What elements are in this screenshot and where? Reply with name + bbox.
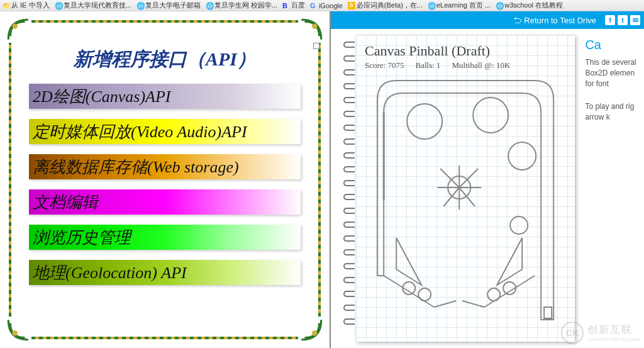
- notebook-spiral: [343, 42, 356, 335]
- side-paragraph-1: This de several Box2D elemen for font: [585, 57, 640, 89]
- globe-icon: 🌐: [136, 2, 144, 9]
- bookmark-igoogle[interactable]: GiGoogle: [310, 2, 343, 9]
- bookmark-fudan-edu[interactable]: 🌐复旦大学现代教育技...: [55, 1, 131, 10]
- border-edge: [31, 337, 298, 339]
- watermark-sub: CHUANG XIN HU LIAN: [587, 337, 640, 342]
- slide-pane: 新增程序接口（API） 2D绘图(Canvas)API 定时媒体回放(Video…: [0, 11, 330, 348]
- slide-title: 新增程序接口（API）: [29, 47, 301, 72]
- svg-point-10: [418, 288, 431, 301]
- mail-icon[interactable]: ✉: [630, 15, 640, 25]
- testdrive-header: ⮌ Return to Test Drive f t ✉: [331, 11, 644, 29]
- svg-rect-13: [544, 307, 552, 318]
- bookmark-fudan-student[interactable]: 🌐复旦学生网 校园学...: [206, 1, 277, 10]
- svg-point-2: [13, 330, 18, 335]
- corner-ornament: [5, 317, 31, 343]
- game-stats: Score: 7075 Balls: 1 Multiball @: 10K: [365, 60, 566, 70]
- svg-point-6: [508, 142, 536, 170]
- arrow-left-icon: ⮌: [513, 16, 521, 25]
- api-item-history: 浏览历史管理: [29, 225, 301, 250]
- globe-icon: 🌐: [206, 2, 213, 9]
- side-paragraph-2: To play and rig arrow k: [585, 101, 640, 123]
- side-title: Ca: [585, 38, 640, 52]
- bookmark-bar: 📁从 IE 中导入 🌐复旦大学现代教育技... 🌐复旦大学电子邮箱 🌐复旦学生网…: [0, 0, 644, 11]
- api-item-storage: 离线数据库存储(Web storage): [29, 154, 301, 179]
- score-value: 7075: [387, 60, 404, 70]
- bookmark-ie-import[interactable]: 📁从 IE 中导入: [3, 1, 50, 10]
- multiball-value: 10K: [496, 60, 510, 70]
- corner-ornament: [298, 317, 325, 343]
- bookmark-w3school[interactable]: 🌐w3school 在线教程: [496, 1, 563, 10]
- svg-point-12: [487, 288, 500, 301]
- game-title: Canvas Pinball (Draft): [365, 43, 566, 59]
- svg-point-4: [407, 104, 442, 139]
- bookmark-baidu[interactable]: B百度: [282, 1, 305, 10]
- bing-icon: b: [348, 2, 355, 9]
- api-item-canvas: 2D绘图(Canvas)API: [29, 84, 301, 109]
- twitter-icon[interactable]: t: [618, 15, 628, 25]
- folder-icon: 📁: [3, 2, 10, 9]
- api-item-video-audio: 定时媒体回放(Video Audio)API: [29, 119, 301, 144]
- globe-icon: 🌐: [55, 2, 62, 9]
- pinball-board[interactable]: [365, 74, 566, 326]
- testdrive-pane: ⮌ Return to Test Drive f t ✉ Canvas Pinb…: [330, 11, 644, 348]
- bookmark-fudan-mail[interactable]: 🌐复旦大学电子邮箱: [136, 1, 201, 10]
- globe-icon: 🌐: [496, 2, 503, 9]
- balls-value: 1: [436, 60, 441, 70]
- globe-icon: 🌐: [428, 2, 435, 9]
- svg-point-7: [510, 216, 528, 234]
- api-item-geolocation: 地理(Geolocation) API: [29, 260, 301, 285]
- description-panel: Ca This de several Box2D elemen for font…: [581, 29, 644, 348]
- api-item-editing: 文档编辑: [29, 189, 301, 215]
- watermark-logo: CK: [561, 322, 584, 344]
- return-link[interactable]: ⮌ Return to Test Drive: [513, 16, 596, 25]
- svg-point-5: [473, 98, 508, 133]
- bookmark-bing[interactable]: b必应词典(Beta)，在...: [348, 1, 423, 10]
- bookmark-elearning[interactable]: 🌐eLearning 首页 ...: [428, 1, 491, 10]
- return-label: Return to Test Drive: [524, 16, 596, 25]
- google-icon: G: [310, 2, 318, 9]
- watermark: CK 创新互联 CHUANG XIN HU LIAN: [561, 322, 640, 344]
- pinball-game[interactable]: Canvas Pinball (Draft) Score: 7075 Balls…: [331, 29, 581, 348]
- svg-point-3: [312, 330, 317, 335]
- facebook-icon[interactable]: f: [605, 15, 615, 25]
- watermark-text: 创新互联: [587, 323, 640, 337]
- baidu-icon: B: [282, 2, 290, 9]
